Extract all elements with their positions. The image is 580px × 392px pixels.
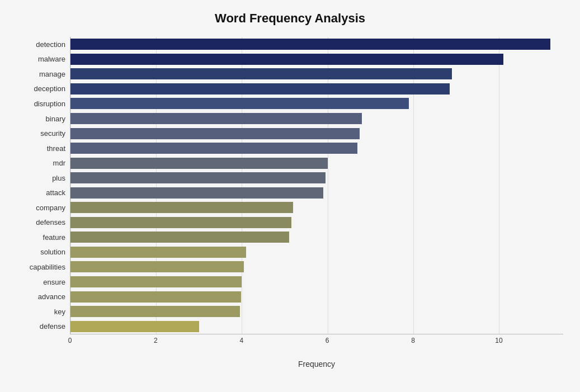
y-label: detection	[36, 41, 65, 48]
bars-section	[70, 37, 563, 334]
y-label: key	[54, 308, 65, 315]
bar	[70, 261, 244, 272]
bar	[70, 276, 242, 287]
y-label: deception	[34, 85, 65, 92]
bar	[70, 232, 289, 243]
chart-container: Word Frequency Analysis detectionmalware…	[0, 0, 580, 392]
bar-row	[70, 96, 563, 111]
x-axis-title: Frequency	[298, 360, 335, 369]
bar	[70, 83, 450, 95]
y-label: defenses	[36, 219, 65, 226]
y-label: plus	[52, 174, 65, 182]
y-label: attack	[46, 189, 65, 196]
y-label: company	[36, 204, 65, 211]
bar	[70, 98, 409, 109]
bar-row	[70, 126, 563, 141]
bar-row	[70, 319, 563, 334]
x-tick-label: 8	[411, 337, 415, 344]
y-label: defense	[40, 323, 65, 330]
y-label: capabilities	[30, 263, 65, 271]
y-label: disruption	[34, 100, 65, 107]
bar	[70, 68, 452, 79]
y-label: mdr	[53, 159, 65, 167]
y-label: threat	[47, 145, 65, 152]
x-tick-label: 4	[239, 337, 243, 344]
bar	[70, 247, 246, 258]
bar	[70, 217, 291, 228]
bar-row	[70, 245, 563, 259]
x-axis: Frequency 0246810	[70, 334, 563, 351]
y-label: ensure	[43, 278, 65, 286]
bar	[70, 306, 240, 317]
y-label: feature	[43, 234, 65, 241]
bar-row	[70, 156, 563, 171]
bar	[70, 128, 360, 139]
y-label: solution	[40, 248, 65, 256]
bar-row	[70, 215, 563, 230]
bar	[70, 39, 550, 50]
bar	[70, 202, 293, 213]
x-tick-label: 2	[154, 337, 158, 344]
bar	[70, 54, 503, 65]
bar	[70, 321, 199, 332]
bar-row	[70, 304, 563, 319]
chart-title: Word Frequency Analysis	[17, 11, 563, 26]
y-label: binary	[46, 115, 65, 122]
bar-row	[70, 141, 563, 155]
x-tick-label: 10	[495, 337, 502, 344]
bar-row	[70, 290, 563, 304]
bar-row	[70, 186, 563, 200]
bar-row	[70, 200, 563, 215]
x-tick-label: 0	[68, 337, 72, 344]
bar-row	[70, 230, 563, 244]
bar	[70, 143, 357, 154]
y-label: manage	[39, 70, 65, 78]
bar	[70, 291, 241, 303]
bar	[70, 113, 362, 124]
y-label: security	[40, 130, 65, 137]
x-tick-label: 6	[326, 337, 329, 344]
y-label: advance	[38, 293, 65, 300]
bar-row	[70, 37, 563, 51]
bar	[70, 172, 326, 183]
bar	[70, 158, 328, 169]
bars-and-xaxis: Frequency 0246810	[70, 37, 563, 351]
chart-area: detectionmalwaremanagedeceptiondisruptio…	[17, 37, 563, 351]
bar-row	[70, 82, 563, 96]
bar-row	[70, 171, 563, 185]
bar	[70, 187, 323, 199]
bar-row	[70, 259, 563, 274]
bar-row	[70, 67, 563, 81]
bar-row	[70, 275, 563, 289]
bar-row	[70, 111, 563, 126]
y-labels: detectionmalwaremanagedeceptiondisruptio…	[17, 37, 70, 351]
bar-row	[70, 52, 563, 67]
y-label: malware	[38, 55, 65, 63]
